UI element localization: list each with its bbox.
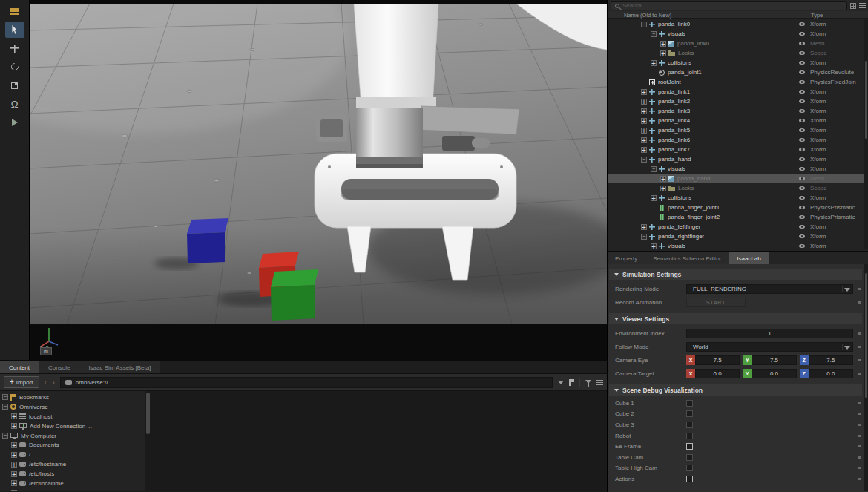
expander-plus-icon[interactable]: [641, 128, 647, 134]
content-tree-item[interactable]: /: [0, 450, 145, 459]
stage-tree-row[interactable]: panda_link4Xform: [608, 116, 868, 125]
content-tree-item[interactable]: Documents: [0, 440, 145, 450]
visibility-eye-icon[interactable]: [799, 22, 805, 26]
stage-tree-row[interactable]: LooksScope: [608, 183, 868, 193]
visibility-eye-icon[interactable]: [799, 70, 805, 74]
stage-tree-row[interactable]: visualsXform: [608, 241, 868, 251]
robot-checkbox[interactable]: [686, 433, 693, 439]
blue-cube[interactable]: [187, 218, 228, 263]
move-tool-button[interactable]: [5, 40, 24, 56]
orientation-gizmo[interactable]: x y: [39, 327, 64, 349]
stage-tree-row[interactable]: panda_link5Xform: [608, 125, 868, 135]
ee-frame-checkbox[interactable]: [686, 443, 693, 450]
stage-tree-row[interactable]: panda_joint1PhysicsRevolute: [608, 68, 868, 77]
expander-plus-icon[interactable]: [11, 452, 17, 458]
rotate-tool-button[interactable]: [5, 59, 24, 75]
file-listing-area[interactable]: [151, 391, 607, 491]
visibility-eye-icon[interactable]: [799, 90, 805, 94]
expander-minus-icon[interactable]: [2, 394, 8, 400]
cube-2-checkbox[interactable]: [686, 410, 693, 417]
select-tool-button[interactable]: [5, 22, 24, 38]
tab-semantics-schema-editor[interactable]: Semantics Schema Editor: [645, 252, 729, 264]
snap-tool-button[interactable]: [5, 96, 24, 112]
expander-minus-icon[interactable]: [2, 433, 8, 439]
stage-tree-row[interactable]: panda_link6Xform: [608, 135, 868, 145]
filter-icon[interactable]: [585, 380, 591, 384]
content-tree-item[interactable]: Bookmarks: [0, 393, 145, 402]
expander-plus-icon[interactable]: [641, 99, 647, 105]
content-tree-item[interactable]: Add New Connection ...: [0, 422, 145, 431]
visibility-eye-icon[interactable]: [799, 148, 805, 151]
follow-mode-dropdown[interactable]: World: [686, 342, 853, 352]
visibility-eye-icon[interactable]: [799, 157, 805, 161]
camera-target-z-field[interactable]: 0.0: [809, 369, 853, 378]
content-tree-item[interactable]: /etc/hostname: [0, 459, 145, 469]
bookmark-icon[interactable]: [569, 379, 574, 386]
expander-plus-icon[interactable]: [651, 60, 657, 66]
camera-eye-x-field[interactable]: 7.5: [695, 355, 740, 365]
content-tree-item[interactable]: localhost: [0, 412, 145, 422]
play-tool-button[interactable]: [5, 114, 24, 131]
stage-tree-row[interactable]: panda_finger_joint1PhysicsPrismatic: [608, 203, 868, 212]
visibility-eye-icon[interactable]: [799, 51, 805, 55]
tab-property[interactable]: Property: [608, 252, 645, 264]
expander-plus-icon[interactable]: [641, 89, 647, 95]
stage-tree-row[interactable]: panda_finger_joint2PhysicsPrismatic: [608, 212, 868, 222]
camera-eye-y-field[interactable]: 7.5: [752, 355, 796, 365]
visibility-eye-icon[interactable]: [799, 119, 805, 122]
stage-tree-row[interactable]: panda_link3Xform: [608, 106, 868, 116]
stage-search[interactable]: [611, 1, 847, 10]
scale-tool-button[interactable]: [5, 77, 24, 94]
tab-content[interactable]: Content: [0, 361, 39, 373]
expander-plus-icon[interactable]: [641, 147, 647, 153]
expander-plus-icon[interactable]: [11, 413, 17, 419]
column-type-header[interactable]: Type: [811, 12, 823, 19]
expander-plus-icon[interactable]: [641, 118, 647, 124]
stage-tree-row[interactable]: collisionsXform: [608, 58, 868, 68]
expander-plus-icon[interactable]: [11, 462, 17, 468]
viewport-3d[interactable]: x y m: [30, 0, 607, 360]
view-options-icon[interactable]: [850, 3, 856, 9]
visibility-eye-icon[interactable]: [799, 177, 805, 180]
visibility-eye-icon[interactable]: [799, 196, 805, 200]
visibility-eye-icon[interactable]: [799, 138, 805, 142]
expander-minus-icon[interactable]: [2, 404, 8, 410]
table-cam-checkbox[interactable]: [686, 454, 693, 461]
visibility-eye-icon[interactable]: [799, 32, 805, 36]
expander-plus-icon[interactable]: [641, 137, 647, 143]
stage-tree-row[interactable]: panda_link0Xform: [608, 19, 868, 29]
expander-plus-icon[interactable]: [11, 490, 17, 491]
stage-tree-row[interactable]: panda_link2Xform: [608, 96, 868, 106]
content-tree-item[interactable]: /etc/hosts: [0, 469, 145, 479]
content-tree-scrollbar-thumb[interactable]: [146, 393, 150, 434]
tab-isaaclab[interactable]: IsaacLab: [729, 252, 769, 264]
column-name-header[interactable]: Name (Old to New): [624, 12, 671, 19]
actions-checkbox[interactable]: [686, 476, 693, 482]
expander-minus-icon[interactable]: [651, 166, 657, 172]
rendering-mode-dropdown[interactable]: FULL_RENDERING: [686, 284, 853, 294]
section-header-simulation-settings[interactable]: Simulation Settings: [609, 269, 862, 280]
visibility-eye-icon[interactable]: [799, 167, 805, 171]
visibility-eye-icon[interactable]: [799, 80, 805, 84]
property-scrollbar[interactable]: [864, 264, 868, 491]
stage-tree-row[interactable]: visualsXform: [608, 164, 868, 174]
stage-tree-row[interactable]: panda_link1Xform: [608, 87, 868, 96]
record-animation-button[interactable]: START: [686, 298, 746, 307]
stage-tree-row[interactable]: collisionsXform: [608, 193, 868, 203]
visibility-eye-icon[interactable]: [799, 99, 805, 103]
stage-search-input[interactable]: [622, 2, 843, 9]
expander-plus-icon[interactable]: [11, 442, 17, 448]
stage-tree-row[interactable]: panda_handXform: [608, 154, 868, 164]
content-tree-scrollbar[interactable]: [145, 391, 151, 491]
expander-minus-icon[interactable]: [641, 22, 647, 27]
stage-scrollbar[interactable]: [864, 19, 868, 249]
cube-3-checkbox[interactable]: [686, 422, 693, 428]
cube-1-checkbox[interactable]: [686, 400, 693, 407]
stage-tree-row[interactable]: panda_rightfingerXform: [608, 232, 868, 241]
content-tree-item[interactable]: /etc/resolv.conf: [0, 488, 145, 491]
import-button[interactable]: Import: [4, 376, 39, 388]
visibility-eye-icon[interactable]: [799, 244, 805, 248]
visibility-eye-icon[interactable]: [799, 128, 805, 132]
path-dropdown-icon[interactable]: [558, 381, 564, 384]
tab-console[interactable]: Console: [39, 361, 79, 373]
